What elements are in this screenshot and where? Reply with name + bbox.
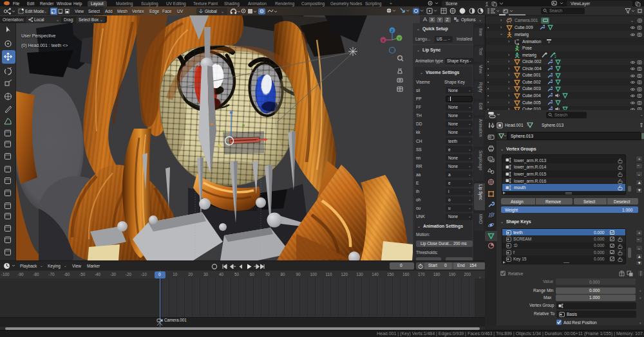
svg-text:X: X <box>382 39 384 42</box>
svg-text:X: X <box>431 17 434 22</box>
svg-text:Z: Z <box>391 29 393 33</box>
svg-text:Z: Z <box>446 17 450 22</box>
svg-text:Y: Y <box>439 17 442 22</box>
svg-text:2: 2 <box>554 55 556 58</box>
svg-text:Y: Y <box>398 37 401 41</box>
